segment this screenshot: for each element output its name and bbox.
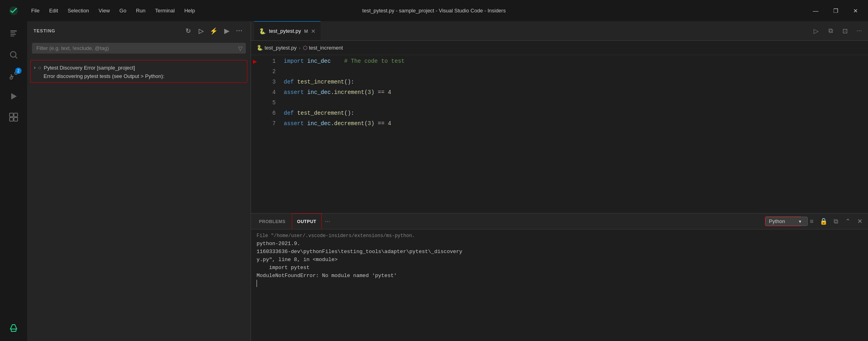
toggle-panel-button[interactable]: ⊡: [839, 25, 850, 36]
code-lines: import inc_dec # The code to test def te…: [279, 55, 868, 213]
gutter-line-5: [251, 98, 259, 108]
tab-more-button[interactable]: ···: [854, 25, 865, 36]
tab-bar-actions: ▷ ⧉ ⊡ ···: [810, 25, 865, 36]
menu-selection[interactable]: Selection: [64, 6, 93, 15]
line-num-6: 6: [259, 108, 276, 118]
tab-close-button[interactable]: ✕: [311, 28, 316, 34]
output-line-5: import pytest: [257, 264, 862, 272]
panel-tab-bar: PROBLEMS OUTPUT ··· Python Extension Hos…: [251, 213, 868, 229]
close-button[interactable]: ✕: [850, 8, 862, 14]
menu-edit[interactable]: Edit: [45, 6, 62, 15]
main-layout: 2 TESTING ↻: [0, 21, 868, 341]
svg-rect-12: [14, 118, 18, 121]
gutter-line-7: [251, 118, 259, 129]
gutter-line-6: [251, 108, 259, 118]
activity-run-debug[interactable]: [4, 87, 23, 106]
refresh-tests-button[interactable]: ↻: [183, 26, 193, 36]
output-line-1: File "/home/user/.vscode-insiders/extens…: [257, 232, 862, 240]
test-tree: › ○ Pytest Discovery Error [sample_proje…: [27, 56, 251, 341]
tab-output[interactable]: OUTPUT: [292, 213, 321, 229]
panel-output-content: File "/home/user/.vscode-insiders/extens…: [251, 229, 868, 341]
output-line-4: y.py", line 8, in <module>: [257, 256, 862, 264]
maximize-button[interactable]: ❐: [830, 8, 842, 14]
filter-icon: ▽: [238, 45, 243, 52]
code-line-7: assert inc_dec.decrement(3) == 4: [284, 118, 868, 129]
code-line-1: import inc_dec # The code to test: [284, 56, 868, 66]
activity-extensions[interactable]: [4, 108, 23, 127]
tab-filename: test_pytest.py: [269, 28, 301, 34]
tab-bar: 🐍 test_pytest.py M ✕ ▷ ⧉ ⊡ ···: [251, 21, 868, 41]
activity-source-control[interactable]: 2: [4, 66, 23, 85]
svg-point-4: [10, 52, 16, 57]
line-num-5: 5: [259, 98, 276, 108]
breadcrumb: 🐍 test_pytest.py › ⬡ test_increment: [251, 41, 868, 55]
activity-search[interactable]: [4, 45, 23, 64]
svg-line-5: [16, 57, 18, 59]
code-line-6: def test_decrement():: [284, 108, 868, 118]
svg-rect-3: [10, 36, 14, 36]
expand-icon: ›: [34, 65, 36, 70]
breadcrumb-function[interactable]: ⬡ test_increment: [303, 45, 343, 51]
minimize-button[interactable]: —: [810, 8, 822, 14]
breadcrumb-file-icon: 🐍: [257, 45, 263, 51]
filter-input[interactable]: [32, 43, 246, 54]
test-error-message: Error discovering pytest tests (see Outp…: [31, 72, 247, 80]
svg-rect-0: [10, 30, 17, 32]
window-controls: — ❐ ✕: [810, 8, 862, 14]
output-channel-select[interactable]: Python Extension Host Git: [765, 217, 808, 226]
debug-tests-button[interactable]: ⚡: [209, 26, 219, 36]
test-error-label: Pytest Discovery Error [sample_project]: [44, 65, 135, 71]
run-all-tests-button[interactable]: ▷: [196, 26, 206, 36]
menu-file[interactable]: File: [27, 6, 44, 15]
gutter-line-1: ▶: [251, 56, 259, 66]
run-file-button[interactable]: ▷: [810, 25, 822, 36]
line-num-7: 7: [259, 118, 276, 129]
panel-collapse-button[interactable]: ⌃: [842, 216, 853, 227]
panel-more-tabs[interactable]: ···: [323, 218, 332, 225]
menu-bar: File Edit Selection View Go Run Terminal…: [27, 6, 199, 15]
test-error-group: › ○ Pytest Discovery Error [sample_proje…: [30, 60, 247, 83]
svg-point-6: [10, 77, 12, 79]
more-actions-button[interactable]: ···: [235, 26, 244, 36]
panel-close-button[interactable]: ✕: [854, 216, 865, 227]
code-line-4: assert inc_dec.increment(3) == 4: [284, 87, 868, 98]
svg-rect-13: [11, 329, 16, 331]
filter-bar: ▽: [32, 43, 246, 54]
split-editor-button[interactable]: ⧉: [825, 25, 836, 36]
panel-actions: ≡ 🔒 ⧉ ⌃ ✕: [806, 216, 865, 227]
gutter-area: ▶: [251, 55, 259, 213]
activity-testing[interactable]: [4, 319, 23, 338]
line-num-1: 1: [259, 56, 276, 66]
app-logo: [6, 4, 21, 18]
svg-rect-11: [10, 118, 13, 121]
menu-view[interactable]: View: [95, 6, 114, 15]
sidebar-actions: ↻ ▷ ⚡ ▶ ···: [183, 26, 244, 36]
line-num-4: 4: [259, 87, 276, 98]
output-cursor-line: [257, 280, 260, 287]
tab-modified-indicator: M: [304, 29, 308, 34]
tab-file-icon: 🐍: [259, 28, 266, 34]
panel-clear-button[interactable]: ≡: [806, 216, 817, 227]
svg-rect-9: [10, 113, 13, 117]
menu-run[interactable]: Run: [132, 6, 149, 15]
tab-test-pytest[interactable]: 🐍 test_pytest.py M ✕: [254, 21, 321, 40]
code-content: ▶ 1 2 3 4 5 6 7: [251, 55, 868, 213]
code-line-5: [284, 98, 868, 108]
menu-help[interactable]: Help: [180, 6, 199, 15]
tab-problems[interactable]: PROBLEMS: [254, 213, 290, 229]
code-editor[interactable]: ▶ 1 2 3 4 5 6 7: [251, 55, 868, 213]
panel-lock-button[interactable]: 🔒: [818, 216, 829, 227]
line-num-3: 3: [259, 77, 276, 87]
output-line-3: 1160333636-dev\pythonFiles\testing_tools…: [257, 248, 862, 256]
gutter-line-2: [251, 66, 259, 77]
source-control-badge: 2: [15, 68, 22, 74]
run-in-terminal-button[interactable]: ▶: [222, 26, 231, 36]
titlebar: File Edit Selection View Go Run Terminal…: [0, 0, 868, 21]
activity-explorer[interactable]: [4, 24, 23, 44]
test-error-item[interactable]: › ○ Pytest Discovery Error [sample_proje…: [31, 63, 247, 72]
breadcrumb-file[interactable]: 🐍 test_pytest.py: [257, 45, 297, 51]
editor-area: 🐍 test_pytest.py M ✕ ▷ ⧉ ⊡ ··· 🐍 test_py…: [251, 21, 868, 341]
panel-open-button[interactable]: ⧉: [830, 216, 841, 227]
menu-go[interactable]: Go: [115, 6, 130, 15]
menu-terminal[interactable]: Terminal: [151, 6, 179, 15]
